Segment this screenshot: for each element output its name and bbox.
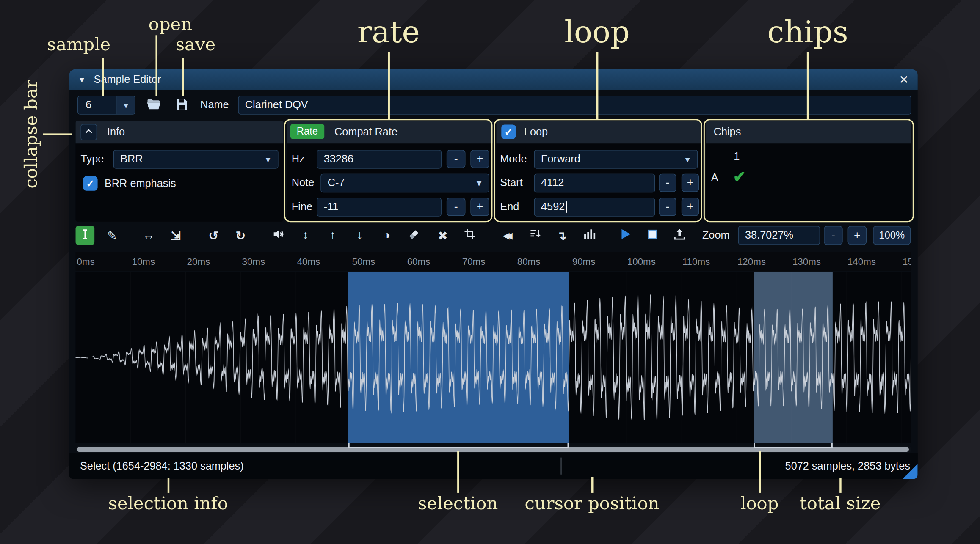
collapse-bar-pointer-line [43,133,72,135]
fine-input[interactable]: -11 [317,198,442,217]
save-icon [174,97,189,114]
close-icon[interactable]: ✕ [899,72,909,87]
rate-badge[interactable]: Rate [290,124,324,139]
ruler-label: 120ms [737,256,766,267]
text-caret [566,201,567,213]
speaker-icon [271,227,285,244]
sample-editor-window: ▼ Sample Editor ✕ 6 ▼ Name Clarinet DQV [69,69,918,479]
save-button[interactable] [172,96,191,115]
goto-loop-button[interactable]: ↴ [552,226,571,245]
start-plus-button[interactable]: + [682,174,699,192]
ruler-label: 90ms [572,256,596,267]
ruler-label: 40ms [297,256,320,267]
stretch-horizontal-button[interactable]: ↔ [139,226,158,245]
status-divider [560,458,562,475]
end-plus-button[interactable]: + [682,198,699,216]
type-select[interactable]: BRR ▼ [113,150,279,169]
open-button[interactable] [144,96,163,115]
chip-enable-toggle[interactable]: ✔ [731,169,748,185]
invert-button[interactable]: ◑ [377,226,396,245]
name-input[interactable]: Clarinet DQV [238,96,911,115]
total-size-annotation: total size [784,493,897,514]
window-title: Sample Editor [94,73,161,86]
ruler-label: 80ms [517,256,541,267]
zoom-input[interactable]: 38.7027% [738,226,820,245]
zoom-label: Zoom [702,226,730,245]
dropdown-arrow-icon[interactable]: ▼ [116,96,135,114]
redo-button[interactable]: ↻ [231,226,250,245]
loop-enable-checkbox[interactable]: ✓ [501,125,516,139]
hz-input[interactable]: 33286 [317,150,442,169]
loop-panel-header: ✓ Loop [496,121,701,144]
stretch-vertical-button[interactable]: ↕ [296,226,315,245]
start-input[interactable]: 4112 [534,174,655,193]
fine-plus-button[interactable]: + [470,198,489,216]
sample-number-select[interactable]: 6 ▼ [77,96,135,115]
cursor-position-annotation: cursor position [510,493,674,514]
brr-emphasis-checkbox[interactable]: ✓ [83,176,97,191]
seek-start-button[interactable]: ◀◀ [498,226,517,245]
mode-select[interactable]: Forward ▼ [534,150,698,169]
delete-icon: ✖ [438,228,448,242]
statistics-button[interactable] [580,226,599,245]
draw-button[interactable]: ✎ [103,226,122,245]
rate-annotation: rate [326,14,452,49]
collapse-info-button[interactable] [80,124,97,140]
zoom-reset-button[interactable]: 100% [873,226,911,245]
play-button[interactable] [616,226,635,245]
titlebar[interactable]: ▼ Sample Editor ✕ [69,69,918,90]
info-panel-title: Info [107,126,125,139]
waveform-display[interactable] [76,272,911,443]
zoom-in-button[interactable]: + [848,226,867,245]
fade-button[interactable] [525,226,544,245]
resize-handle[interactable] [903,464,918,479]
selection-info-text: Select (1654-2984: 1330 samples) [80,453,244,479]
total-size-text: 5072 samples, 2853 bytes [785,453,910,479]
stop-button[interactable] [643,226,662,245]
loop-bracket[interactable] [754,443,833,448]
trim-button[interactable] [461,226,480,245]
hz-minus-button[interactable]: - [447,150,466,168]
preview-audio-button[interactable] [269,226,288,245]
shift-down-button[interactable]: ↓ [350,226,369,245]
selection-bracket[interactable] [348,443,569,448]
shift-up-button[interactable]: ↑ [323,226,342,245]
hz-plus-button[interactable]: + [470,150,489,168]
waveform-canvas[interactable] [76,272,911,443]
dropdown-arrow-icon: ▼ [678,154,697,164]
note-select[interactable]: C-7 ▼ [320,174,489,193]
ruler-label: 50ms [352,256,375,267]
cursor-position-pointer-line [591,477,593,493]
timeline-ruler[interactable]: 0ms10ms20ms30ms40ms50ms60ms70ms80ms90ms1… [76,252,911,271]
selection-info-pointer-line [168,478,169,493]
silence-button[interactable] [404,226,423,245]
undo-button[interactable]: ↺ [204,226,223,245]
invert-icon: ◑ [383,228,390,242]
start-value: 4112 [541,177,564,190]
selection-annotation: selection [395,493,521,514]
fine-value: -11 [324,201,339,214]
loop-panel: ✓ Loop Mode Forward ▼ Start 4112 - + End… [496,121,701,222]
rewind-icon: ◀◀ [503,231,509,241]
ibeam-icon [79,228,91,243]
undo-icon: ↺ [209,228,219,242]
window-collapse-icon[interactable]: ▼ [78,75,86,84]
rate-panel-header: Rate Compat Rate [287,121,493,144]
upload-icon [673,227,687,244]
end-minus-button[interactable]: - [659,198,676,216]
stretch-free-button[interactable]: ⇲ [166,226,185,245]
delete-button[interactable]: ✖ [433,226,453,245]
type-value: BRR [120,153,143,166]
ruler-label: 150ms [903,256,911,267]
zoom-out-button[interactable]: - [824,226,843,245]
loop-bottom-annotation: loop [715,493,803,514]
chips-panel: Chips 1 A ✔ [706,121,911,222]
end-input[interactable]: 4592 [534,198,655,217]
start-minus-button[interactable]: - [659,174,676,192]
ruler-label: 60ms [407,256,431,267]
rate-panel: Rate Compat Rate Hz 33286 - + Note C-7 ▼… [287,121,493,222]
text-select-button[interactable] [76,226,95,245]
arrow-up-icon: ↑ [329,228,335,242]
fine-minus-button[interactable]: - [447,198,466,216]
export-sample-button[interactable] [670,226,689,245]
